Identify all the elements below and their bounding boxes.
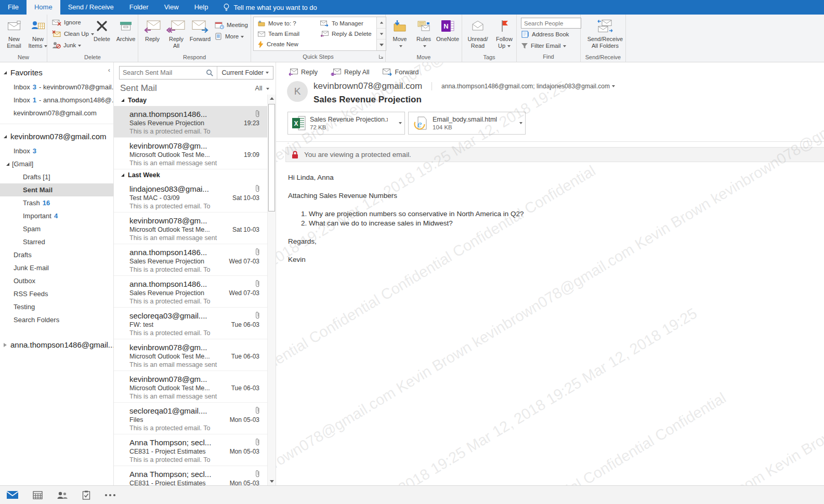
mail-nav-button[interactable] [6, 490, 19, 499]
move-button[interactable]: Move [388, 16, 412, 54]
tell-me-box[interactable]: Tell me what you want to do [216, 0, 324, 15]
sidebar-item-outbox[interactable]: Outbox [0, 274, 113, 287]
sidebar-item-rss-feeds[interactable]: RSS Feeds [0, 287, 113, 300]
tab-help[interactable]: Help [187, 0, 216, 15]
attachment-size: 104 KB [433, 124, 497, 130]
sidebar-item-drafts[interactable]: Drafts [0, 248, 113, 261]
new-email-button[interactable]: New Email [2, 16, 26, 54]
quick-step-team-email[interactable]: Team Email [256, 29, 314, 39]
scroll-up-icon[interactable] [268, 95, 276, 102]
filter-email-button[interactable]: Filter Email [521, 40, 578, 51]
quick-step-reply-delete[interactable]: Reply & Delete [318, 29, 374, 39]
search-people-input[interactable] [521, 18, 581, 29]
expanded-triangle-icon[interactable] [121, 174, 124, 177]
attachment-dropdown[interactable] [394, 122, 404, 124]
onenote-button[interactable]: N OneNote [436, 16, 460, 54]
list-item[interactable]: secloreqa01@gmail....FilesMon 05-03This … [114, 403, 268, 434]
account-header-favorites[interactable]: Favorites [0, 64, 113, 81]
list-item[interactable]: lindajones083@gmai...Test MAC - 03/09Sat… [114, 181, 268, 213]
meeting-button[interactable]: Meeting [212, 19, 250, 31]
sidebar-item--gmail-[interactable]: [Gmail] [0, 157, 113, 170]
list-item[interactable]: kevinbrown078@gm...Microsoft Outlook Tes… [114, 339, 268, 371]
recipient-addresses[interactable]: anna.thompson1486@gmail.com; lindajones0… [441, 83, 610, 90]
sidebar-item-junk-e-mail[interactable]: Junk E-mail [0, 261, 113, 274]
reply-all-button[interactable]: Reply All [164, 16, 188, 54]
sidebar-item-testing[interactable]: Testing [0, 300, 113, 313]
attachment-excel[interactable]: XSales Revenue Projection.xlsx72 KB [287, 112, 405, 135]
sender-address[interactable]: kevinbrown078@gmail.com [313, 81, 422, 91]
list-item[interactable]: kevinbrown078@gm...Microsoft Outlook Tes… [114, 138, 268, 169]
more-nav-button[interactable] [104, 494, 116, 497]
attachment-html[interactable]: eEmail_body.smail.html104 KB [408, 112, 526, 135]
tab-file[interactable]: File [0, 0, 27, 15]
list-filter-dropdown[interactable]: All [255, 85, 269, 92]
list-item[interactable]: anna.thompson1486...Sales Revenue Projec… [114, 244, 268, 276]
delete-button[interactable]: Delete [90, 16, 114, 54]
list-item[interactable]: anna.thompson1486...Sales Revenue Projec… [114, 106, 268, 138]
sidebar-item-inbox[interactable]: Inbox3- kevinbrown078@gmail.... [0, 81, 113, 94]
follow-up-button[interactable]: Follow Up [491, 16, 517, 54]
quick-step-move-to-[interactable]: Move to: ? [256, 18, 314, 29]
quick-step-create-new[interactable]: Create New [256, 39, 314, 49]
sidebar-item-sent-mail[interactable]: Sent Mail [0, 183, 113, 196]
sidebar-item-spam[interactable]: Spam [0, 222, 113, 235]
list-item[interactable]: kevinbrown078@gm...Microsoft Outlook Tes… [114, 213, 268, 244]
attachment-dropdown[interactable] [515, 122, 525, 124]
reply-button[interactable]: Reply [140, 16, 164, 54]
tab-home[interactable]: Home [27, 0, 60, 15]
scrollbar-thumb[interactable] [268, 104, 275, 211]
rules-button[interactable]: Rules [412, 16, 436, 54]
sidebar-item-inbox[interactable]: Inbox1- anna.thompson1486@... [0, 94, 113, 107]
account-header-kevinbrown078-gmail-com[interactable]: kevinbrown078@gmail.com [0, 128, 113, 144]
sidebar-item-important[interactable]: Important4 [0, 209, 113, 222]
tab-view[interactable]: View [156, 0, 187, 15]
people-nav-button[interactable] [57, 491, 68, 499]
search-input[interactable] [120, 69, 206, 76]
sidebar-item-drafts-1-[interactable]: Drafts [1] [0, 170, 113, 183]
new-items-button[interactable]: New Items [26, 16, 50, 54]
sidebar-item-kevinbrown078-gmail-com[interactable]: kevinbrown078@gmail.com [0, 107, 113, 120]
unread-read-button[interactable]: Unread/ Read [464, 16, 491, 54]
account-header-anna-thompson1486-gmail-[interactable]: anna.thompson1486@gmail.... [0, 337, 113, 353]
quick-step-to-manager[interactable]: To Manager [318, 18, 374, 29]
collapsed-triangle-icon[interactable] [4, 343, 7, 347]
list-item[interactable]: secloreqa03@gmail....FW: testTue 06-03Th… [114, 308, 268, 339]
archive-button[interactable]: Archive [114, 16, 138, 54]
tab-folder[interactable]: Folder [122, 0, 156, 15]
ignore-button[interactable]: Ignore [49, 17, 90, 28]
reply-all-button[interactable]: Reply All [330, 68, 370, 76]
clean-up-button[interactable]: Clean Up [49, 28, 90, 39]
recipients-caret-icon[interactable] [612, 85, 615, 87]
list-item[interactable]: Anna Thompson; secl...CE831 - Project Es… [114, 466, 268, 485]
sidebar-item-inbox[interactable]: Inbox3 [0, 144, 113, 157]
address-book-button[interactable]: Address Book [521, 29, 578, 40]
sidebar-item-search-folders[interactable]: Search Folders [0, 313, 113, 326]
more-respond-button[interactable]: More [212, 31, 250, 42]
list-group-header-today[interactable]: Today [114, 95, 268, 106]
tasks-nav-button[interactable] [82, 490, 90, 500]
send-receive-all-button[interactable]: Send/Receive All Folders [583, 16, 627, 54]
reply-button[interactable]: Reply [288, 68, 318, 76]
expanded-triangle-icon[interactable] [4, 135, 7, 138]
tab-send-receive[interactable]: Send / Receive [60, 0, 122, 15]
search-icon[interactable] [206, 69, 217, 77]
sidebar-item-starred[interactable]: Starred [0, 235, 113, 248]
junk-button[interactable]: Junk [49, 39, 90, 51]
search-scope-dropdown[interactable]: Current Folder [217, 67, 273, 79]
forward-button[interactable]: Forward [188, 16, 212, 54]
dialog-launcher-icon[interactable] [378, 54, 384, 61]
collapse-folder-pane-icon[interactable]: ‹ [108, 67, 110, 73]
list-item[interactable]: kevinbrown078@gm...Microsoft Outlook Tes… [114, 371, 268, 403]
scroll-down-icon[interactable] [268, 478, 276, 485]
forward-button[interactable]: Forward [382, 68, 419, 76]
calendar-nav-button[interactable] [33, 490, 43, 499]
expanded-triangle-icon[interactable] [4, 71, 7, 74]
list-item[interactable]: Anna Thompson; secl...CE831 - Project Es… [114, 434, 268, 466]
quick-steps-scroll[interactable] [376, 17, 386, 50]
list-scrollbar[interactable] [267, 95, 276, 485]
list-group-header-last-week[interactable]: Last Week [114, 169, 268, 181]
list-item[interactable]: anna.thompson1486...Sales Revenue Projec… [114, 276, 268, 308]
expanded-triangle-icon[interactable] [121, 99, 124, 102]
sidebar-item-trash[interactable]: Trash16 [0, 196, 113, 209]
expanded-triangle-icon[interactable] [6, 163, 9, 166]
